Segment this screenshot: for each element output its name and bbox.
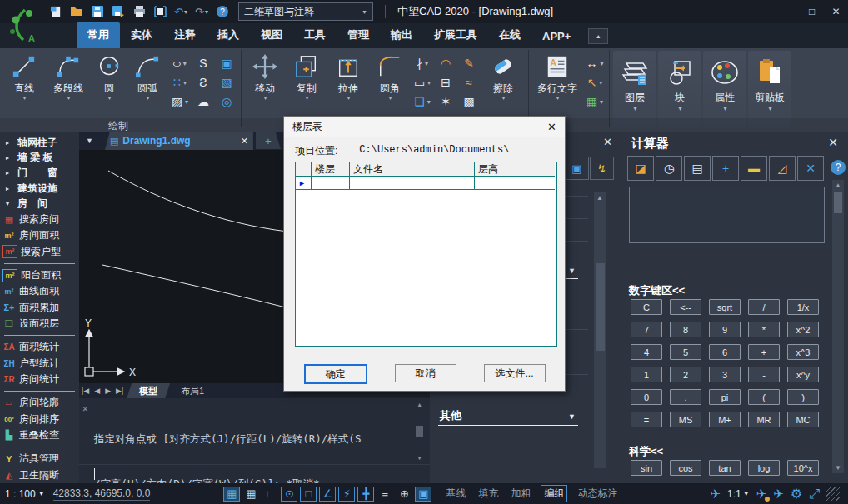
- hatch-button[interactable]: ▨▾: [171, 93, 189, 110]
- tab-tools[interactable]: 工具: [293, 22, 337, 48]
- table-button[interactable]: ▦▾: [586, 93, 604, 110]
- nav-next-button[interactable]: ▶: [105, 387, 111, 395]
- select-file-button[interactable]: 选文件...: [484, 364, 546, 382]
- snap-tracking-icon[interactable]: ⚡: [338, 487, 355, 502]
- close-button[interactable]: ✕: [824, 1, 848, 22]
- rectangle-button[interactable]: ▭▾: [413, 74, 431, 91]
- circle-button[interactable]: 圆 ▾: [92, 51, 127, 102]
- properties-close-icon[interactable]: ✕: [603, 136, 612, 148]
- key-tan[interactable]: tan: [709, 460, 741, 476]
- sidebar-item-set-area-layer[interactable]: ❏设面积层: [0, 316, 79, 332]
- snap-toggle-icon[interactable]: ▦: [242, 487, 259, 502]
- dialog-close-icon[interactable]: ✕: [547, 121, 556, 133]
- workspace-selector[interactable]: 二维草图与注释 ▼: [238, 2, 373, 21]
- sidebar-item-area-accumulate[interactable]: Σ+面积累加: [0, 300, 79, 316]
- calculator-display[interactable]: [629, 187, 825, 243]
- key-power[interactable]: x^y: [787, 367, 819, 382]
- sidebar-group-grid-column[interactable]: ▸轴网柱子: [0, 135, 79, 150]
- ellipse-button[interactable]: ○▾: [171, 55, 189, 72]
- key-log[interactable]: log: [748, 460, 780, 476]
- arc-button[interactable]: 圆弧 ▾: [127, 51, 168, 102]
- scale-button[interactable]: ❏▾: [413, 93, 431, 110]
- tab-app-plus[interactable]: APP+: [531, 25, 581, 48]
- key-close-paren[interactable]: ): [787, 389, 819, 405]
- tab-annotate[interactable]: 注释: [163, 22, 207, 48]
- explode-button[interactable]: ✶: [436, 93, 455, 110]
- calc-measure-angle-icon[interactable]: ◿: [769, 156, 796, 181]
- plot-preview-button[interactable]: [152, 5, 167, 18]
- sidebar-group-room[interactable]: ▾房 间: [0, 197, 79, 212]
- line-button[interactable]: 直线 ▾: [3, 51, 45, 102]
- annotation-visibility-icon[interactable]: ✈: [711, 487, 721, 502]
- align-button[interactable]: ⊟: [436, 74, 455, 91]
- key-6[interactable]: 6: [709, 344, 741, 360]
- baseline-toggle[interactable]: 基线: [443, 486, 468, 502]
- command-window[interactable]: ✕ 指定对角点或 [对齐方式(J)/行距(L)/旋转(R)/样式(S /字高(H…: [79, 398, 430, 483]
- select-object-icon[interactable]: ▣: [565, 157, 589, 180]
- floor-table-row[interactable]: ►: [296, 177, 556, 190]
- undo-button[interactable]: ↶▾: [173, 5, 188, 18]
- key-1[interactable]: 1: [631, 367, 662, 382]
- sidebar-item-unit-statistics[interactable]: ΣH户型统计: [0, 356, 79, 372]
- key-backspace[interactable]: <--: [670, 299, 701, 315]
- resize-grip[interactable]: [826, 487, 840, 501]
- key-open-paren[interactable]: (: [748, 389, 780, 405]
- tab-manage[interactable]: 管理: [337, 22, 380, 48]
- spline-button[interactable]: S: [194, 55, 212, 72]
- command-scrollbar[interactable]: ▲ ▼: [414, 402, 425, 462]
- key-7[interactable]: 7: [631, 322, 662, 337]
- angle-snap-icon[interactable]: ∠: [319, 487, 336, 502]
- edit-hatch-button[interactable]: ▩: [460, 93, 478, 110]
- cancel-button[interactable]: 取消: [395, 364, 456, 382]
- properties-scrollbar[interactable]: ▲: [594, 192, 606, 468]
- fillet-button[interactable]: 圆角 ▾: [369, 51, 411, 102]
- key-cube[interactable]: x^3: [787, 344, 819, 360]
- key-add[interactable]: +: [748, 344, 780, 360]
- properties-scroll-thumb[interactable]: [596, 263, 605, 351]
- quick-select-icon[interactable]: ↯: [590, 157, 614, 180]
- sidebar-item-room-area[interactable]: m²房间面积: [0, 227, 79, 243]
- clipboard-panel-button[interactable]: 剪贴板 ▾: [748, 51, 791, 127]
- key-memory-add[interactable]: M+: [709, 412, 741, 427]
- region-button[interactable]: ▣: [217, 55, 236, 72]
- object-snap-icon[interactable]: □: [300, 487, 317, 502]
- command-close-icon[interactable]: ✕: [82, 403, 88, 414]
- key-equals[interactable]: =: [631, 412, 662, 427]
- command-scroll-thumb[interactable]: [416, 426, 423, 437]
- open-file-button[interactable]: [69, 5, 84, 18]
- key-9[interactable]: 9: [709, 322, 741, 337]
- fill-toggle[interactable]: 填充: [476, 486, 501, 502]
- match-properties-button[interactable]: ≈: [460, 74, 478, 91]
- save-button[interactable]: [90, 5, 105, 18]
- edit-polyline-button[interactable]: ✎: [460, 55, 478, 72]
- key-memory-store[interactable]: MS: [670, 412, 701, 427]
- key-multiply[interactable]: *: [748, 322, 780, 337]
- sidebar-item-room-sort[interactable]: 00²房间排序: [0, 412, 79, 427]
- fullscreen-icon[interactable]: ⤢: [809, 487, 820, 502]
- cell-floor-height[interactable]: [475, 177, 555, 190]
- leader-button[interactable]: ↖▾: [586, 74, 604, 91]
- tab-view[interactable]: 视图: [250, 22, 293, 48]
- calculator-close-icon[interactable]: ✕: [828, 136, 838, 149]
- key-subtract[interactable]: -: [748, 367, 780, 382]
- key-3[interactable]: 3: [709, 367, 741, 382]
- calc-get-coordinates-icon[interactable]: +: [712, 156, 739, 181]
- key-sqrt[interactable]: sqrt: [709, 299, 741, 315]
- bold-toggle[interactable]: 加粗: [508, 486, 533, 502]
- sidebar-group-door-window[interactable]: ▸门 窗: [0, 166, 79, 181]
- key-square[interactable]: x^2: [787, 322, 819, 337]
- nav-prev-button[interactable]: ◀: [94, 387, 100, 395]
- trim-button[interactable]: ∤▾: [413, 55, 431, 72]
- dimension-button[interactable]: ↔▾: [586, 55, 604, 72]
- key-sin[interactable]: sin: [631, 460, 662, 476]
- key-memory-recall[interactable]: MR: [748, 412, 780, 427]
- tab-express[interactable]: 扩展工具: [423, 22, 488, 48]
- help-icon[interactable]: ?: [215, 5, 230, 18]
- key-5[interactable]: 5: [670, 344, 701, 360]
- annotation-scale-sync-icon[interactable]: ✈: [773, 487, 784, 502]
- key-divide[interactable]: /: [748, 299, 780, 315]
- auto-annotation-icon[interactable]: ✈: [756, 487, 767, 502]
- key-clear[interactable]: C: [631, 299, 662, 315]
- sidebar-item-overlap-check[interactable]: ▙重叠检查: [0, 427, 79, 443]
- calc-measure-distance-icon[interactable]: ▬: [741, 156, 767, 181]
